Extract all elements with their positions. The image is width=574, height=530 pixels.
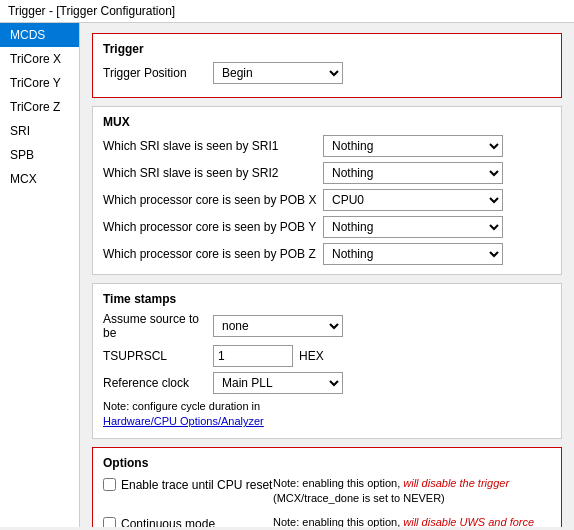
mux-label-1: Which SRI slave is seen by SRI2 [103, 166, 323, 180]
mux-section-title: MUX [103, 115, 551, 129]
mux-label-4: Which processor core is seen by POB Z [103, 247, 323, 261]
tsuprscl-unit: HEX [299, 349, 324, 363]
tsuprscl-input[interactable] [213, 345, 293, 367]
continuous-mode-label: Continuous mode [121, 517, 215, 527]
option-note-0: Note: enabling this option, will disable… [273, 476, 551, 507]
enable-trace-label: Enable trace until CPU reset [121, 478, 272, 492]
tsuprscl-label: TSUPRSCL [103, 349, 213, 363]
option-note-1: Note: enabling this option, will disable… [273, 515, 551, 527]
tsuprscl-row: TSUPRSCL HEX [103, 345, 551, 367]
mux-row-0: Which SRI slave is seen by SRI1 Nothing … [103, 135, 551, 157]
timestamps-section: Time stamps Assume source to be none int… [92, 283, 562, 439]
title-text: Trigger - [Trigger Configuration] [8, 4, 175, 18]
trigger-section-title: Trigger [103, 42, 551, 56]
mux-select-0[interactable]: Nothing SRI1 SRI2 [323, 135, 503, 157]
mux-select-2[interactable]: CPU0 CPU1 CPU2 Nothing [323, 189, 503, 211]
reference-clock-label: Reference clock [103, 376, 213, 390]
mux-row-4: Which processor core is seen by POB Z No… [103, 243, 551, 265]
assume-row: Assume source to be none internal extern… [103, 312, 551, 340]
options-section: Options Enable trace until CPU reset Not… [92, 447, 562, 527]
title-bar: Trigger - [Trigger Configuration] [0, 0, 574, 23]
assume-label: Assume source to be [103, 312, 213, 340]
mux-label-0: Which SRI slave is seen by SRI1 [103, 139, 323, 153]
timestamps-note-text: Note: configure cycle duration in [103, 400, 260, 412]
sidebar-item-tricore-y[interactable]: TriCore Y [0, 71, 79, 95]
content-area: Trigger Trigger Position Begin Middle En… [80, 23, 574, 527]
sidebar-item-mcx[interactable]: MCX [0, 167, 79, 191]
mux-label-3: Which processor core is seen by POB Y [103, 220, 323, 234]
trigger-position-row: Trigger Position Begin Middle End [103, 62, 551, 84]
mux-select-4[interactable]: Nothing CPU0 CPU1 CPU2 [323, 243, 503, 265]
timestamps-section-title: Time stamps [103, 292, 551, 306]
enable-trace-checkbox[interactable] [103, 478, 116, 491]
sidebar-item-tricore-z[interactable]: TriCore Z [0, 95, 79, 119]
option-row-0: Enable trace until CPU reset Note: enabl… [103, 476, 551, 507]
mux-row-3: Which processor core is seen by POB Y No… [103, 216, 551, 238]
sidebar-item-tricore-x[interactable]: TriCore X [0, 47, 79, 71]
trigger-position-label: Trigger Position [103, 66, 213, 80]
options-section-title: Options [103, 456, 551, 470]
sidebar-item-mcds[interactable]: MCDS [0, 23, 79, 47]
option-left-0: Enable trace until CPU reset [103, 476, 273, 492]
reference-clock-row: Reference clock Main PLL PLL2 Backup [103, 372, 551, 394]
trigger-section: Trigger Trigger Position Begin Middle En… [92, 33, 562, 98]
mux-section: MUX Which SRI slave is seen by SRI1 Noth… [92, 106, 562, 275]
mux-select-3[interactable]: Nothing CPU0 CPU1 CPU2 [323, 216, 503, 238]
mux-select-1[interactable]: Nothing SRI1 SRI2 [323, 162, 503, 184]
mux-label-2: Which processor core is seen by POB X [103, 193, 323, 207]
trigger-position-select[interactable]: Begin Middle End [213, 62, 343, 84]
mux-row-2: Which processor core is seen by POB X CP… [103, 189, 551, 211]
timestamps-note-link[interactable]: Hardware/CPU Options/Analyzer [103, 415, 264, 427]
timestamps-note: Note: configure cycle duration in Hardwa… [103, 399, 551, 430]
option-left-1: Continuous mode [103, 515, 273, 527]
sidebar-item-sri[interactable]: SRI [0, 119, 79, 143]
option-row-1: Continuous mode Note: enabling this opti… [103, 515, 551, 527]
mux-row-1: Which SRI slave is seen by SRI2 Nothing … [103, 162, 551, 184]
sidebar: MCDS TriCore X TriCore Y TriCore Z SRI S… [0, 23, 80, 527]
reference-clock-select[interactable]: Main PLL PLL2 Backup [213, 372, 343, 394]
sidebar-item-spb[interactable]: SPB [0, 143, 79, 167]
continuous-mode-checkbox[interactable] [103, 517, 116, 527]
main-layout: MCDS TriCore X TriCore Y TriCore Z SRI S… [0, 23, 574, 527]
assume-select[interactable]: none internal external [213, 315, 343, 337]
